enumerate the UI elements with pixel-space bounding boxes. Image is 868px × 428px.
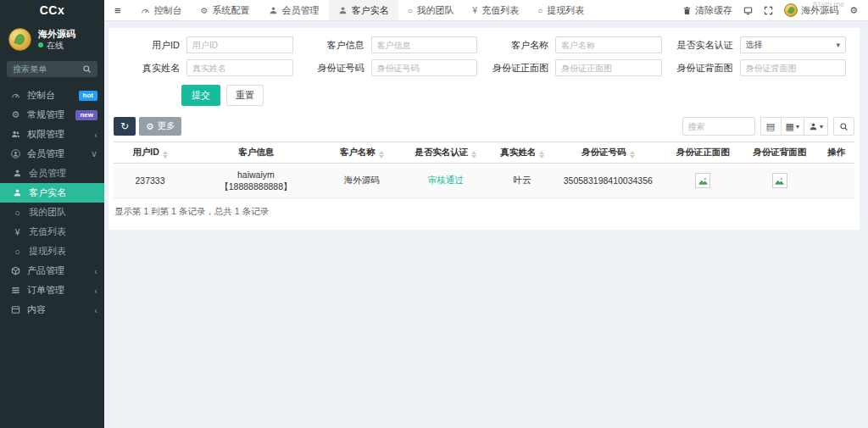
circle-icon: ○: [537, 6, 542, 15]
sidebar-item-products[interactable]: 产品管理 ‹: [0, 261, 104, 281]
field-id-number: 身份证号码: [300, 59, 485, 76]
app-window: CCx 海外源码 在线 控制台 hot ⚙ 常规管理: [0, 0, 868, 428]
real-name-input[interactable]: [186, 59, 293, 76]
top-navbar: ≡ 控制台 ⚙ 系统配置 会员管理 客户实名: [104, 0, 868, 21]
sidebar-subitem-recharge-list[interactable]: ¥ 充值列表: [0, 222, 104, 242]
cell-verify-status: 审核通过: [398, 164, 493, 198]
sort-icon[interactable]: [163, 151, 168, 158]
sort-icon[interactable]: [379, 151, 384, 158]
hamburger-icon[interactable]: ≡: [104, 0, 131, 20]
sidebar-subitem-member-manage[interactable]: 会员管理: [0, 164, 104, 183]
sidebar-item-permissions[interactable]: 权限管理 ‹: [0, 125, 104, 144]
circle-icon: ○: [408, 6, 413, 15]
col-real-name[interactable]: 真实姓名: [493, 142, 552, 164]
customer-name-input[interactable]: [555, 36, 662, 53]
tab-customer-verify[interactable]: 客户实名: [329, 0, 398, 20]
sidebar-search[interactable]: [7, 61, 97, 77]
sort-icon[interactable]: [630, 151, 635, 158]
settings-gear-icon[interactable]: ⚙: [849, 5, 858, 16]
fullscreen-icon[interactable]: [764, 6, 773, 15]
user-menu[interactable]: 海外源码: [784, 3, 838, 17]
content-area: 用户ID 客户信息 客户名称 是否实名认证 选择: [104, 21, 868, 428]
tab-system-config[interactable]: ⚙ 系统配置: [192, 0, 259, 20]
caret-down-icon: ▾: [836, 41, 840, 49]
table-toolbar: ↻ ⚙ 更多 ▤ ▦▾ ▾: [108, 109, 860, 142]
toggle-pagination-button[interactable]: ▤: [760, 117, 782, 136]
cell-real-name: 叶云: [493, 164, 552, 198]
field-user-id: 用户ID: [115, 36, 300, 53]
user-icon: [12, 169, 23, 178]
pagination-summary: 显示第 1 到第 1 条记录，总共 1 条记录: [108, 198, 860, 228]
app-logo: CCx: [0, 0, 104, 21]
sidebar-subitem-withdraw-list[interactable]: ○ 提现列表: [0, 242, 104, 261]
col-user-id[interactable]: 用户ID: [114, 142, 186, 164]
user-id-input[interactable]: [186, 36, 293, 53]
sidebar-item-content[interactable]: 内容 ‹: [0, 300, 104, 320]
broken-image-icon[interactable]: [772, 173, 787, 188]
gear-icon: ⚙: [201, 6, 209, 15]
field-id-back: 身份证背面图: [669, 59, 854, 76]
panel-card: 用户ID 客户信息 客户名称 是否实名认证 选择: [108, 28, 860, 230]
broken-image-icon[interactable]: [695, 173, 710, 188]
verify-status-link[interactable]: 审核通过: [428, 175, 464, 185]
search-button[interactable]: [833, 117, 854, 136]
lock-screen-icon[interactable]: [743, 6, 753, 15]
gears-icon: ⚙: [10, 109, 21, 120]
table-row[interactable]: 237333 haiwaiym 【18888888888】 海外源码 审核通过 …: [114, 164, 854, 198]
user-icon: [338, 6, 348, 15]
table-search-input[interactable]: [682, 117, 755, 136]
sidebar-subitem-my-team[interactable]: ○ 我的团队: [0, 203, 104, 222]
reset-button[interactable]: 重置: [226, 85, 264, 106]
user-status: 在线: [38, 40, 75, 51]
avatar: [8, 28, 31, 51]
cell-user-id: 237333: [114, 164, 186, 198]
filter-form: 用户ID 客户信息 客户名称 是否实名认证 选择: [108, 35, 860, 76]
sort-icon[interactable]: [471, 151, 476, 158]
refresh-button[interactable]: ↻: [114, 117, 136, 136]
more-button[interactable]: ⚙ 更多: [139, 117, 181, 136]
customer-info-input[interactable]: [371, 36, 478, 53]
sidebar-search-input[interactable]: [13, 64, 82, 74]
col-id-front: 身份证正面图: [665, 142, 741, 164]
col-actions: 操作: [818, 142, 854, 164]
cell-customer-info: haiwaiym 【18888888888】: [186, 164, 326, 198]
users-icon: [10, 130, 21, 139]
yen-icon: ¥: [12, 227, 23, 237]
tab-dashboard[interactable]: 控制台: [131, 0, 192, 20]
tab-withdraw-list[interactable]: ○ 提现列表: [528, 0, 593, 20]
verify-status-select[interactable]: 选择 ▾: [740, 36, 847, 53]
sidebar-subitem-customer-verify[interactable]: 客户实名: [0, 183, 104, 203]
cell-id-front: [665, 164, 741, 198]
user-icon: [269, 6, 278, 15]
tab-my-team[interactable]: ○ 我的团队: [398, 0, 464, 20]
id-back-input[interactable]: [740, 59, 847, 76]
user-name: 海外源码: [38, 29, 75, 40]
content-icon: [10, 305, 21, 314]
yen-icon: ¥: [473, 6, 478, 15]
navbar-right: 清除缓存 海外源码 ⚙: [682, 0, 868, 20]
col-customer-info: 客户信息: [186, 142, 326, 164]
id-number-input[interactable]: [371, 59, 478, 76]
sidebar-item-dashboard[interactable]: 控制台 hot: [0, 86, 104, 105]
tab-member-manage[interactable]: 会员管理: [259, 0, 329, 20]
chevron-left-icon: ‹: [94, 130, 97, 140]
caret-down-icon: ▾: [820, 123, 823, 131]
table-header-row: 用户ID 客户信息 客户名称 是否实名认证 真实姓名 身份证号码 身份证正面图 …: [114, 142, 854, 164]
tab-recharge-list[interactable]: ¥ 充值列表: [464, 0, 529, 20]
export-button[interactable]: ▾: [804, 117, 828, 136]
sort-icon[interactable]: [539, 151, 544, 158]
sidebar-item-orders[interactable]: 订单管理 ‹: [0, 281, 104, 300]
col-customer-name[interactable]: 客户名称: [326, 142, 398, 164]
columns-button[interactable]: ▦▾: [782, 117, 804, 136]
col-verify-status[interactable]: 是否实名认证: [398, 142, 493, 164]
clear-cache-button[interactable]: 清除缓存: [682, 4, 732, 17]
product-icon: [10, 266, 21, 275]
submit-button[interactable]: 提交: [181, 85, 220, 106]
sidebar-user-panel: 海外源码 在线: [0, 21, 104, 56]
id-front-input[interactable]: [555, 59, 662, 76]
sidebar-item-members[interactable]: 会员管理 ∨: [0, 144, 104, 164]
member-icon: [10, 149, 21, 158]
sidebar-item-general[interactable]: ⚙ 常规管理 new: [0, 105, 104, 125]
col-id-number[interactable]: 身份证号码: [552, 142, 665, 164]
trash-icon: [682, 6, 692, 15]
